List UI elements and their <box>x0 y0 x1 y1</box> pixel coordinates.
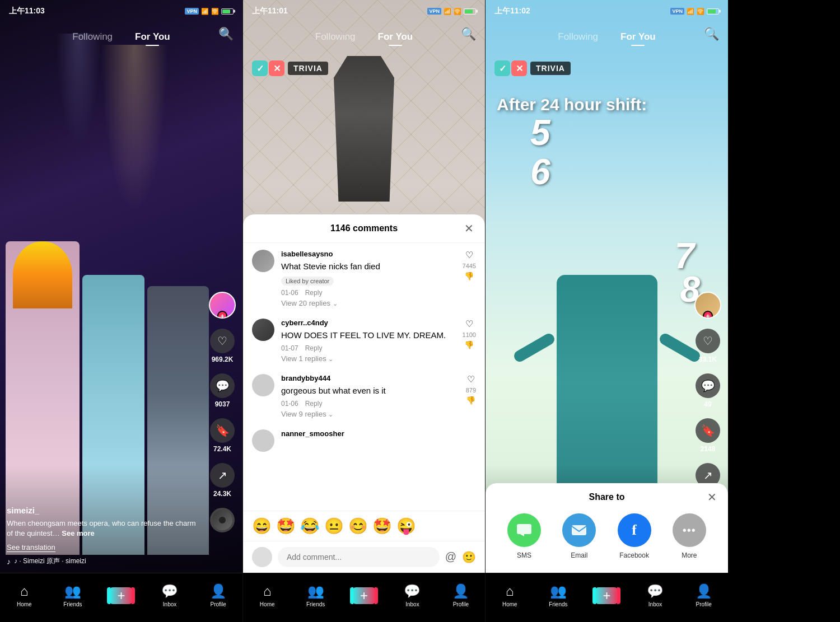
inbox-label: Inbox <box>163 601 176 607</box>
emoji-input-icon[interactable]: 🙂 <box>462 550 476 564</box>
nav-plus-1[interactable]: + <box>97 587 146 609</box>
emoji-2[interactable]: 🤩 <box>276 517 296 535</box>
plus-button-3[interactable]: + <box>594 587 619 604</box>
comment-body-2: cyberr..c4ndy HOW DOES IT FEEL TO LIVE M… <box>281 319 456 363</box>
action-share-1[interactable]: ↗ 24.3K <box>210 463 235 498</box>
comment-input-row: @ 🙂 <box>243 541 485 573</box>
action-like-3[interactable]: ♡ 33.1K <box>696 329 720 363</box>
tab-foryou-2[interactable]: For You <box>367 27 424 47</box>
comment-actions-1: ♡ 7445 👎 <box>463 250 476 307</box>
trivia-icons-2: ✓ ✕ <box>252 60 284 76</box>
comment-meta-2: 01-07 Reply <box>281 344 456 352</box>
at-icon[interactable]: @ <box>445 550 456 564</box>
heart-icon-3[interactable]: ♡ <box>467 374 475 385</box>
nav-friends-3[interactable]: 👥 Friends <box>534 583 583 612</box>
emoji-5[interactable]: 😊 <box>348 517 368 535</box>
action-save-3[interactable]: 🔖 2148 <box>696 418 720 453</box>
music-note-icon: ♪ <box>7 557 11 566</box>
more-label: More <box>682 551 697 559</box>
comment-item-3: brandybby444 gorgeous but what even is i… <box>252 374 476 418</box>
share-sms[interactable]: SMS <box>507 513 541 559</box>
nav-profile-2[interactable]: 👤 Profile <box>437 583 485 612</box>
comment-reply-1[interactable]: Reply <box>305 289 323 297</box>
wifi-icon-3: 🛜 <box>697 8 704 15</box>
share-close-button[interactable]: ✕ <box>707 490 717 504</box>
friends-label-2: Friends <box>306 601 325 607</box>
save-count-1: 72.4K <box>213 445 231 453</box>
action-comment-1[interactable]: 💬 9037 <box>210 373 235 408</box>
emoji-4[interactable]: 😐 <box>324 517 344 535</box>
comment-username-2[interactable]: cyberr..c4ndy <box>281 319 456 327</box>
comment-reply-2[interactable]: Reply <box>305 344 323 352</box>
dislike-icon-3[interactable]: 👎 <box>466 396 475 405</box>
comments-title: 1146 comments <box>330 223 398 233</box>
follow-plus-3[interactable]: + <box>703 311 713 319</box>
wifi-icon: 🛜 <box>211 8 219 15</box>
trivia-badge-2: ✓ ✕ TRIVIA <box>252 60 328 76</box>
tab-foryou-3[interactable]: For You <box>609 27 667 47</box>
number-6: 6 <box>530 151 550 193</box>
nav-profile-1[interactable]: 👤 Profile <box>194 583 242 612</box>
nav-plus-2[interactable]: + <box>340 587 388 609</box>
see-more-1[interactable]: See more <box>62 529 95 537</box>
emoji-7[interactable]: 😜 <box>396 517 416 535</box>
emoji-3[interactable]: 😂 <box>300 517 320 535</box>
comment-like-count-2: 1100 <box>463 331 476 338</box>
nav-home-3[interactable]: ⌂ Home <box>486 583 534 612</box>
home-icon-2: ⌂ <box>263 583 272 599</box>
follow-plus-1[interactable]: + <box>217 311 227 319</box>
plus-button[interactable]: + <box>109 587 133 604</box>
save-count-3: 2148 <box>701 445 716 453</box>
action-like-1[interactable]: ♡ 969.2K <box>210 329 235 363</box>
emoji-1[interactable]: 😄 <box>252 517 272 535</box>
dislike-icon-2[interactable]: 👎 <box>464 340 474 349</box>
search-icon-1[interactable]: 🔍 <box>218 27 234 41</box>
nav-profile-3[interactable]: 👤 Profile <box>679 583 728 612</box>
see-translation-1[interactable]: See translation <box>7 543 55 552</box>
view-replies-3[interactable]: View 9 replies ⌄ <box>281 410 459 418</box>
share-facebook[interactable]: f Facebook <box>618 513 651 559</box>
action-save-1[interactable]: 🔖 72.4K <box>210 418 235 453</box>
heart-icon-2[interactable]: ♡ <box>465 319 473 329</box>
comments-close-button[interactable]: ✕ <box>464 222 474 235</box>
comment-text-2: HOW DOES IT FEEL TO LIVE MY. DREAM. <box>281 329 456 341</box>
description-1: When cheongsam meets opera, who can refu… <box>7 518 203 539</box>
tab-following-2[interactable]: Following <box>304 27 367 47</box>
share-email[interactable]: Email <box>562 513 596 559</box>
emoji-6[interactable]: 🤩 <box>372 517 392 535</box>
nav-inbox-1[interactable]: 💬 Inbox <box>146 583 194 612</box>
number-5: 5 <box>530 112 550 153</box>
comment-username-3[interactable]: brandybby444 <box>281 374 459 382</box>
chevron-down-icon-3: ⌄ <box>328 411 333 418</box>
action-avatar-3[interactable]: + <box>694 292 721 319</box>
username-1[interactable]: simeizi_ <box>7 506 203 515</box>
svg-rect-1 <box>517 524 531 534</box>
action-avatar-1[interactable]: + <box>209 292 236 319</box>
action-comment-3[interactable]: 💬 49 <box>696 373 720 408</box>
comment-body-4: nanner_smoosher <box>281 429 476 452</box>
description-text-1: When cheongsam meets opera, who can refu… <box>7 519 195 537</box>
nav-friends-2[interactable]: 👥 Friends <box>291 583 339 612</box>
tab-following-3[interactable]: Following <box>547 27 609 47</box>
heart-icon-1[interactable]: ♡ <box>465 250 473 260</box>
nav-inbox-3[interactable]: 💬 Inbox <box>631 583 680 612</box>
nav-friends-1[interactable]: 👥 Friends <box>49 583 97 612</box>
share-more[interactable]: ••• More <box>673 513 706 559</box>
view-replies-1[interactable]: View 20 replies ⌄ <box>281 299 456 307</box>
plus-button-2[interactable]: + <box>352 587 376 604</box>
view-replies-2[interactable]: View 1 replies ⌄ <box>281 354 456 363</box>
dislike-icon-1[interactable]: 👎 <box>464 272 474 280</box>
search-icon-2[interactable]: 🔍 <box>461 27 476 41</box>
nav-plus-3[interactable]: + <box>582 587 631 609</box>
search-icon-3[interactable]: 🔍 <box>704 27 719 41</box>
comments-list[interactable]: isabellesaysno What Stevie nicks fan die… <box>243 243 485 511</box>
nav-inbox-2[interactable]: 💬 Inbox <box>388 583 436 612</box>
comment-reply-3[interactable]: Reply <box>305 400 323 408</box>
nav-home-1[interactable]: ⌂ Home <box>0 583 49 612</box>
comment-username-1[interactable]: isabellesaysno <box>281 250 456 258</box>
tab-following-1[interactable]: Following <box>61 27 124 47</box>
comment-input[interactable] <box>278 547 440 567</box>
comment-username-4[interactable]: nanner_smoosher <box>281 429 476 438</box>
nav-home-2[interactable]: ⌂ Home <box>243 583 291 612</box>
tab-foryou-1[interactable]: For You <box>124 27 181 47</box>
